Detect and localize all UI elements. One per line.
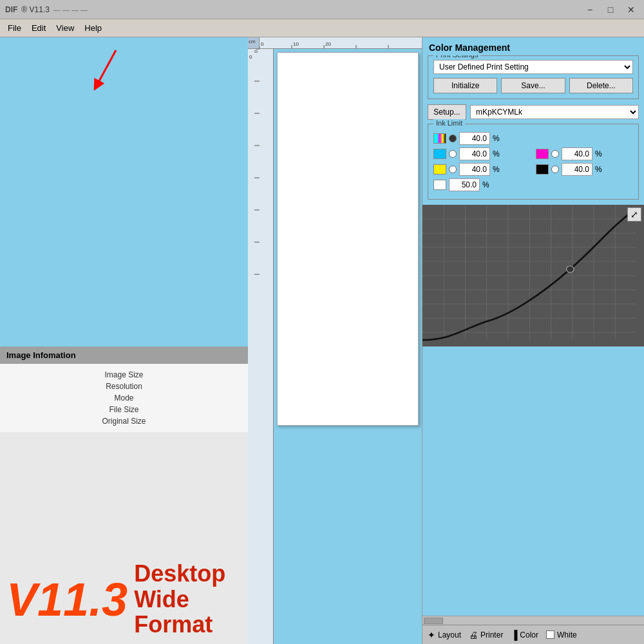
app-title: ® V11.3 [21, 5, 50, 14]
tab-color[interactable]: ▐ Color [511, 630, 538, 640]
curve-graph: ⤢ [422, 205, 644, 346]
black-percent: % [595, 165, 602, 174]
cyan-value-input[interactable] [459, 147, 490, 160]
tab-printer-label: Printer [480, 630, 503, 639]
canvas-area [274, 49, 422, 644]
title-bar: DIF ® V11.3 — — — — − □ ✕ [0, 0, 644, 19]
ink-limit-title: Ink Limit [433, 119, 465, 127]
ink-cell-yellow: % [433, 163, 531, 176]
channel-dropdown[interactable]: mKpKCYMLk [470, 105, 639, 119]
image-info-header: Image Infomation [0, 346, 248, 364]
cmyk-radio[interactable] [449, 135, 457, 142]
curve-reset-button[interactable]: ⤢ [627, 207, 641, 222]
curve-svg [422, 205, 644, 346]
tab-layout[interactable]: ✦ Layout [428, 630, 461, 640]
curve-reset-icon: ⤢ [630, 209, 638, 220]
bottom-tabs: ✦ Layout 🖨 Printer ▐ Color White [422, 625, 644, 644]
title-bar-controls: − □ ✕ [582, 3, 639, 16]
cyan-swatch [433, 149, 446, 159]
version-number: V11.3 [6, 576, 128, 623]
svg-text:0: 0 [254, 50, 258, 53]
initialize-button[interactable]: Initialize [433, 78, 497, 93]
magenta-radio[interactable] [551, 150, 559, 158]
cyan-percent: % [493, 149, 500, 158]
info-resolution: Resolution [0, 381, 248, 392]
info-file-size: File Size [0, 404, 248, 415]
layout-icon: ✦ [428, 630, 435, 640]
version-overlay: V11.3 Desktop Wide Format [6, 561, 248, 638]
main-content: Image Infomation Image Size Resolution M… [0, 37, 644, 644]
maximize-button[interactable]: □ [603, 3, 618, 16]
left-panel: Image Infomation Image Size Resolution M… [0, 37, 248, 644]
svg-text:0: 0 [261, 41, 264, 47]
ink-row-white: % [433, 178, 633, 191]
ink-row-cmyk: 40.0 % [433, 132, 633, 145]
print-settings-btn-row: Initialize Save... Delete... [433, 78, 633, 93]
minimize-button[interactable]: − [582, 3, 598, 16]
ink-limit-group: Ink Limit 40.0 % % [428, 124, 639, 200]
cyan-radio[interactable] [449, 150, 457, 158]
white-percent: % [482, 180, 489, 189]
image-preview [0, 37, 248, 346]
tab-white[interactable]: White [546, 630, 577, 639]
ruler-unit-label: cm [248, 37, 259, 46]
magenta-swatch [536, 149, 549, 159]
print-canvas [277, 52, 419, 426]
menu-bar: File Edit View Help [0, 19, 644, 37]
ink-cell-magenta: % [536, 147, 633, 160]
info-original-size: Original Size [0, 415, 248, 427]
svg-line-1 [97, 50, 116, 86]
menu-file[interactable]: File [3, 21, 26, 35]
print-settings-title: Print Settings [433, 55, 480, 59]
image-info-body: Image Size Resolution Mode File Size Ori… [0, 364, 248, 432]
panel-scroll[interactable]: Print Settings User Defined Print Settin… [422, 55, 644, 616]
scroll-thumb[interactable] [424, 618, 443, 624]
menu-edit[interactable]: Edit [26, 21, 51, 35]
printer-icon: 🖨 [469, 630, 478, 640]
ruler-corner: cm [248, 37, 260, 49]
ruler-top-row: cm 0 10 20 [248, 37, 422, 49]
black-radio[interactable] [551, 166, 559, 173]
ruler-canvas-row: 0 0 10 20 30 40 50 60 [248, 49, 422, 644]
menu-view[interactable]: View [51, 21, 79, 35]
yellow-value-input[interactable] [459, 163, 490, 176]
ink-row-yellow-black: % % [433, 163, 633, 176]
white-checkbox[interactable] [546, 630, 554, 639]
tab-printer[interactable]: 🖨 Printer [469, 630, 503, 640]
delete-button[interactable]: Delete... [569, 78, 633, 93]
h-ruler-marks: 0 10 20 [260, 37, 422, 49]
print-settings-dropdown[interactable]: User Defined Print Setting [433, 60, 633, 74]
svg-text:0: 0 [249, 54, 252, 60]
horizontal-scrollbar[interactable] [422, 616, 644, 625]
setup-row: Setup... mKpKCYMLk [428, 104, 639, 120]
yellow-percent: % [493, 165, 500, 174]
save-button[interactable]: Save... [501, 78, 565, 93]
black-swatch [536, 164, 549, 175]
app-icon: DIF [5, 5, 17, 14]
cmyk-value-input[interactable]: 40.0 [459, 132, 490, 145]
info-image-size: Image Size [0, 369, 248, 381]
black-value-input[interactable] [562, 163, 592, 176]
version-tagline: Desktop Wide Format [134, 561, 248, 638]
menu-help[interactable]: Help [79, 21, 107, 35]
svg-point-45 [567, 266, 574, 272]
white-value-input[interactable] [449, 178, 480, 191]
cmyk-percent: % [493, 134, 500, 143]
v-ruler: 0 0 10 20 30 40 50 60 [248, 49, 274, 644]
svg-text:10: 10 [293, 41, 299, 47]
center-panel: cm 0 10 20 0 [248, 37, 422, 644]
white-swatch [433, 180, 446, 190]
color-icon: ▐ [511, 630, 517, 640]
svg-text:20: 20 [325, 41, 331, 47]
tab-white-label: White [557, 630, 577, 639]
version-area: V11.3 Desktop Wide Format [0, 432, 248, 644]
yellow-swatch [433, 164, 446, 175]
yellow-radio[interactable] [449, 166, 457, 173]
setup-button[interactable]: Setup... [428, 104, 466, 120]
h-ruler: 0 10 20 [260, 37, 422, 49]
v-ruler-marks: 0 0 10 20 30 40 50 60 [248, 49, 260, 644]
panel-title: Color Management [422, 37, 644, 55]
tab-color-label: Color [520, 630, 538, 639]
close-button[interactable]: ✕ [623, 3, 639, 16]
magenta-value-input[interactable] [562, 147, 592, 160]
